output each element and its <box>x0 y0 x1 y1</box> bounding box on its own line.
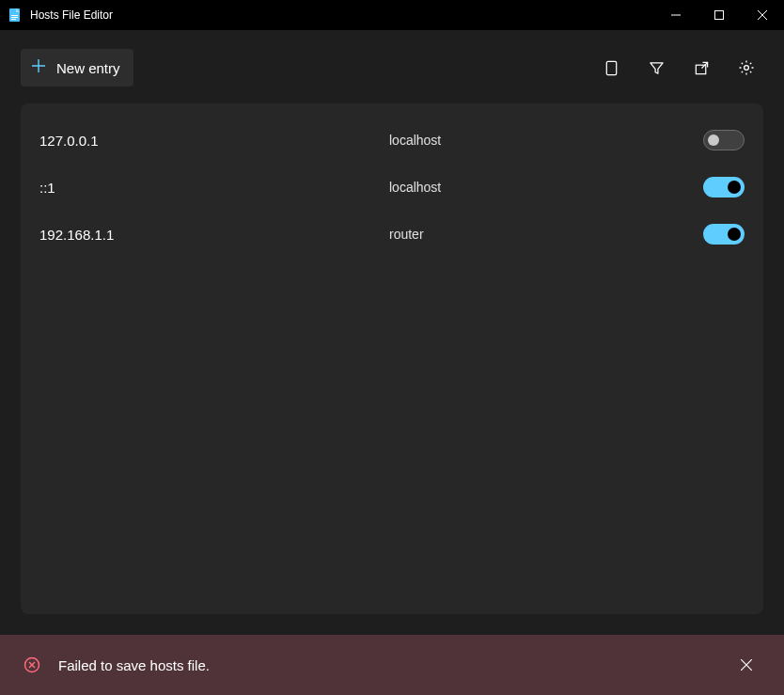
additional-lines-icon <box>604 60 619 76</box>
gear-icon <box>738 59 755 76</box>
entry-row[interactable]: 192.168.1.1 router <box>39 211 745 258</box>
entry-toggle-wrap <box>701 224 745 245</box>
open-external-icon <box>694 60 710 76</box>
svg-rect-4 <box>715 11 724 20</box>
window-title: Hosts File Editor <box>30 8 654 22</box>
entry-host: localhost <box>389 133 701 148</box>
toggle-knob <box>708 134 719 146</box>
app-icon <box>8 8 23 23</box>
titlebar: Hosts File Editor <box>0 0 784 30</box>
entry-toggle[interactable] <box>703 177 745 197</box>
svg-point-7 <box>745 66 749 71</box>
entry-host: localhost <box>389 180 701 195</box>
toggle-knob <box>728 228 741 241</box>
svg-rect-1 <box>11 15 18 16</box>
entry-ip: ::1 <box>39 180 389 196</box>
entry-toggle-wrap <box>701 177 745 197</box>
entry-ip: 192.168.1.1 <box>39 227 389 243</box>
minimize-button[interactable] <box>654 0 698 30</box>
entry-row[interactable]: ::1 localhost <box>39 164 745 211</box>
window-controls <box>654 0 784 29</box>
entries-panel: 127.0.0.1 localhost ::1 localhost 192.16… <box>21 103 763 614</box>
svg-rect-5 <box>606 61 616 74</box>
error-bar: Failed to save hosts file. <box>0 635 784 695</box>
close-button[interactable] <box>741 0 784 30</box>
svg-rect-2 <box>11 17 18 18</box>
filter-icon <box>649 60 665 76</box>
svg-rect-3 <box>11 19 16 20</box>
error-icon <box>23 656 41 674</box>
maximize-button[interactable] <box>698 0 741 30</box>
entry-toggle[interactable] <box>703 130 745 150</box>
error-close-button[interactable] <box>731 650 761 680</box>
entry-toggle-wrap <box>701 130 745 150</box>
entry-row[interactable]: 127.0.0.1 localhost <box>39 117 745 164</box>
entry-host: router <box>389 227 701 242</box>
toggle-knob <box>728 181 741 194</box>
settings-button[interactable] <box>729 51 763 85</box>
filter-button[interactable] <box>639 51 673 85</box>
content-area: New entry 127 <box>0 30 784 635</box>
error-message: Failed to save hosts file. <box>58 657 714 673</box>
new-entry-label: New entry <box>56 60 120 76</box>
entry-toggle[interactable] <box>703 224 745 245</box>
close-icon <box>741 659 752 671</box>
plus-icon <box>30 57 47 79</box>
additional-lines-button[interactable] <box>594 51 628 85</box>
open-file-button[interactable] <box>684 51 718 85</box>
new-entry-button[interactable]: New entry <box>21 49 133 87</box>
entry-ip: 127.0.0.1 <box>39 133 389 149</box>
toolbar: New entry <box>0 30 784 103</box>
